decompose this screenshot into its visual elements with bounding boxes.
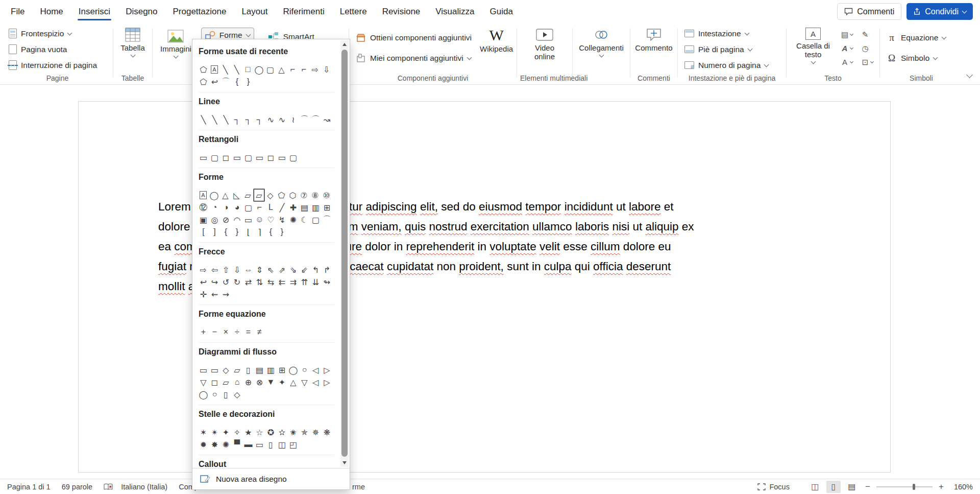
shape-item[interactable]: ✦ (221, 427, 231, 438)
tab-guida[interactable]: Guida (482, 0, 521, 23)
shape-item[interactable]: ⑦ (299, 190, 309, 201)
shape-item[interactable]: ✬ (288, 427, 298, 438)
new-drawing-canvas-item[interactable]: Nuova area disegno (192, 468, 350, 489)
shape-item[interactable]: ○ (210, 389, 219, 400)
shape-item[interactable]: ✸ (210, 439, 219, 450)
wikipedia-button[interactable]: W Wikipedia (475, 23, 518, 54)
shape-item[interactable]: ÷ (232, 326, 242, 338)
zoom-slider-thumb[interactable] (913, 484, 915, 490)
shape-item[interactable]: ▢ (311, 214, 321, 225)
tab-visualizza[interactable]: Visualizza (428, 0, 482, 23)
ottieni-componenti-button[interactable]: Ottieni componenti aggiuntivi (352, 30, 475, 45)
shape-item[interactable]: ⇨ (199, 264, 208, 275)
shape-item[interactable]: ⊞ (322, 202, 332, 213)
shape-item[interactable]: L (266, 202, 276, 213)
shape-item[interactable]: ◔ (210, 202, 219, 213)
shape-item[interactable]: ⇊ (311, 276, 321, 288)
shape-item[interactable]: ▭ (277, 152, 287, 163)
shape-item[interactable]: ✫ (277, 427, 287, 438)
shape-item[interactable]: △ (220, 190, 230, 201)
shape-item[interactable]: ▥ (266, 364, 276, 375)
shape-item[interactable]: ▭ (199, 152, 208, 163)
shape-item[interactable]: ✹ (199, 439, 208, 450)
shape-item[interactable]: } (243, 76, 253, 87)
zoom-out-button[interactable]: − (863, 482, 872, 492)
frontespizio-button[interactable]: Frontespizio (5, 26, 110, 41)
shape-item[interactable]: ↱ (322, 264, 332, 275)
shape-item[interactable]: ◠ (232, 214, 242, 225)
shape-item[interactable]: ◻ (266, 152, 276, 163)
shape-item[interactable]: ↯ (277, 214, 287, 225)
shape-item[interactable]: ▭ (255, 152, 264, 163)
shape-item[interactable]: ✯ (300, 427, 309, 438)
zoom-in-button[interactable]: + (937, 482, 946, 492)
shape-item[interactable]: ⇇ (277, 276, 287, 288)
shape-item[interactable]: ✶ (199, 427, 208, 438)
shape-item[interactable]: ⌂ (232, 377, 242, 388)
numero-di-pagina-button[interactable]: Numero di pagina (681, 57, 783, 73)
shape-item[interactable]: } (232, 226, 242, 238)
shape-item[interactable]: ╲ (232, 64, 241, 75)
shape-item[interactable]: A (200, 191, 207, 199)
shape-item[interactable]: △ (277, 64, 286, 75)
shape-item[interactable]: ⊕ (243, 377, 253, 388)
shape-item[interactable]: ⇙ (300, 264, 309, 275)
shape-item[interactable]: { (232, 76, 242, 87)
data-ora-button[interactable]: ◷ (859, 41, 878, 55)
shape-item[interactable]: ◇ (221, 364, 231, 375)
shape-item[interactable]: ≀ (288, 114, 298, 125)
shape-item[interactable]: ⇉ (288, 276, 298, 288)
shape-item[interactable]: ╲ (220, 64, 230, 75)
shape-item[interactable]: ◻ (210, 377, 219, 388)
shape-item[interactable]: ↬ (322, 276, 332, 288)
shape-item[interactable]: ⌐ (288, 64, 298, 75)
shape-item[interactable]: ▽ (300, 377, 309, 388)
shape-item[interactable]: ▱ (221, 377, 231, 388)
shape-item[interactable]: ≠ (255, 326, 264, 338)
shape-item[interactable]: ⬡ (288, 190, 298, 201)
shape-item[interactable]: ▀ (232, 439, 242, 450)
scroll-down-arrow-icon[interactable] (340, 459, 349, 467)
shape-item[interactable]: ◺ (232, 190, 241, 201)
shape-item[interactable]: ✺ (288, 214, 298, 225)
shape-item[interactable]: ⊘ (221, 214, 231, 225)
language-indicator[interactable]: Italiano (Italia) (121, 483, 167, 491)
shape-item[interactable]: A (211, 65, 218, 74)
shape-item[interactable]: ⑩ (322, 190, 331, 201)
shape-item[interactable]: × (221, 326, 231, 338)
shape-item[interactable]: ▭ (199, 364, 208, 375)
shape-item[interactable]: ▷ (322, 377, 332, 388)
shape-item[interactable]: ] (210, 226, 219, 238)
shape-item[interactable]: ⇈ (300, 276, 309, 288)
shape-item[interactable]: ⌊ (243, 226, 253, 238)
shape-item[interactable]: ⬠ (199, 76, 208, 87)
shape-item[interactable]: ↻ (232, 276, 242, 288)
shape-item[interactable]: ✚ (288, 202, 298, 213)
shape-item[interactable]: ▭ (243, 214, 253, 225)
shape-item[interactable]: ▯ (266, 439, 276, 450)
tab-layout[interactable]: Layout (234, 0, 275, 23)
pagina-vuota-button[interactable]: Pagina vuota (5, 41, 110, 57)
shape-item[interactable]: ◑ (221, 202, 231, 213)
shape-item[interactable]: ⬠ (277, 190, 286, 201)
tab-progettazione[interactable]: Progettazione (165, 0, 234, 23)
shape-item[interactable]: ✴ (210, 427, 219, 438)
shape-item[interactable]: ⇩ (232, 264, 242, 275)
share-button[interactable]: Condividi (906, 3, 973, 20)
shape-item[interactable]: ▤ (255, 364, 264, 375)
shape-item[interactable]: ▥ (311, 202, 321, 213)
shape-item[interactable]: ⇦ (210, 264, 219, 275)
shape-item[interactable]: ⇨ (310, 64, 320, 75)
scrollbar-thumb[interactable] (341, 50, 348, 457)
zoom-slider[interactable] (876, 486, 933, 487)
shape-item[interactable]: ↩ (210, 76, 219, 87)
read-mode-button[interactable]: ◫ (808, 481, 822, 493)
shape-item[interactable]: ▱ (232, 364, 242, 375)
shape-item[interactable]: ✪ (266, 427, 276, 438)
shape-item[interactable]: ⇜ (210, 289, 219, 300)
shape-item[interactable]: □ (243, 64, 253, 75)
shape-item[interactable]: ⌒ (311, 114, 321, 125)
miei-componenti-button[interactable]: Miei componenti aggiuntivi (352, 50, 475, 66)
page-indicator[interactable]: Pagina 1 di 1 (7, 483, 51, 491)
shape-item[interactable]: ▭ (210, 364, 219, 375)
